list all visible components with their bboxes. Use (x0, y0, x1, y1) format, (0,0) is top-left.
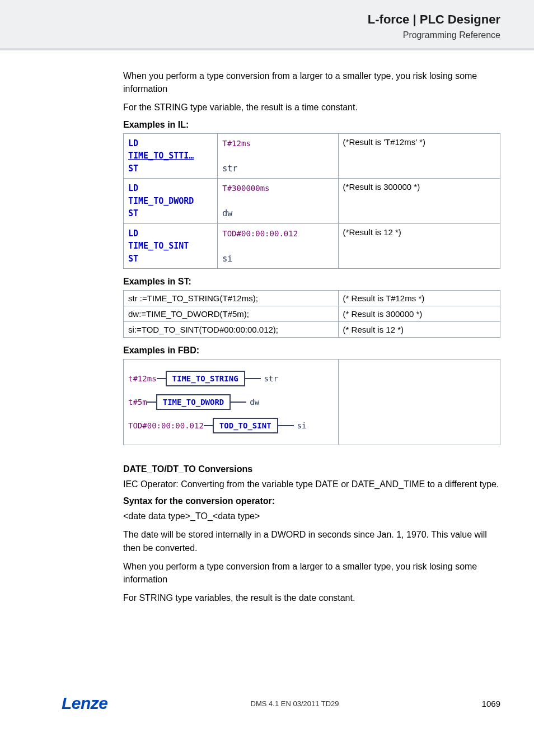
fbd-box: TIME_TO_DWORD (156, 394, 231, 410)
fbd-box: TOD_TO_SINT (213, 418, 278, 433)
dateconv-p1: IEC Operator: Converting from the variab… (123, 478, 500, 491)
table-row: LD TIME_TO_SINT ST TOD#00:00:00.012 si (… (124, 223, 500, 269)
il-result: (*Result is 12 *) (338, 223, 500, 269)
table-row: LD TIME_TO_STTI… ST T#12ms str (*Result … (124, 133, 500, 179)
fbd-block: t#12ms TIME_TO_STRING str (128, 371, 334, 386)
dateconv-p3: When you perform a type conversion from … (123, 560, 500, 586)
footer-center: DMS 4.1 EN 03/2011 TD29 (251, 699, 339, 708)
wire (245, 378, 261, 379)
dateconv-p2: The date will be stored internally in a … (123, 528, 500, 554)
table-row: str :=TIME_TO_STRING(T#12ms); (* Result … (124, 291, 500, 306)
wire (147, 402, 156, 403)
st-table: str :=TIME_TO_STRING(T#12ms); (* Result … (123, 290, 500, 338)
header-subtitle: Programming Reference (21, 30, 500, 40)
fbd-table: t#12ms TIME_TO_STRING str t#5m TIME_TO_D… (123, 359, 500, 445)
il-result: (*Result is 300000 *) (338, 179, 500, 224)
logo: Lenze (62, 694, 108, 713)
syntax-line: <date data type>_TO_<data type> (123, 510, 500, 522)
wire (157, 378, 166, 379)
syntax-label: Syntax for the conversion operator: (123, 496, 500, 506)
il-table: LD TIME_TO_STTI… ST T#12ms str (*Result … (123, 133, 500, 269)
header-title: L-force | PLC Designer (21, 12, 500, 27)
table-row: dw:=TIME_TO_DWORD(T#5m); (* Result is 30… (124, 306, 500, 322)
fbd-block: TOD#00:00:00.012 TOD_TO_SINT si (128, 418, 334, 433)
intro-p2: For the STRING type variable, the result… (123, 101, 500, 114)
wire (204, 425, 213, 426)
wire (231, 402, 246, 403)
il-result: (*Result is 'T#12ms' *) (338, 133, 500, 179)
st-label: Examples in ST: (123, 277, 500, 287)
intro-p1: When you perform a type conversion from … (123, 69, 500, 95)
content: When you perform a type conversion from … (0, 50, 534, 677)
footer: Lenze DMS 4.1 EN 03/2011 TD29 1069 (0, 677, 534, 735)
fbd-box: TIME_TO_STRING (166, 371, 245, 386)
dateconv-heading: DATE_TO/DT_TO Conversions (123, 464, 500, 474)
table-row: t#12ms TIME_TO_STRING str t#5m TIME_TO_D… (124, 360, 500, 445)
dateconv-p4: For STRING type variables, the result is… (123, 591, 500, 604)
fbd-label: Examples in FBD: (123, 346, 500, 356)
table-row: si:=TOD_TO_SINT(TOD#00:00:00.012); (* Re… (124, 322, 500, 338)
fbd-block: t#5m TIME_TO_DWORD dw (128, 394, 334, 410)
il-label: Examples in IL: (123, 120, 500, 130)
table-row: LD TIME_TO_DWORD ST T#300000ms dw (*Resu… (124, 179, 500, 224)
header: L-force | PLC Designer Programming Refer… (0, 0, 534, 50)
page-number: 1069 (482, 699, 500, 708)
wire (278, 425, 294, 426)
